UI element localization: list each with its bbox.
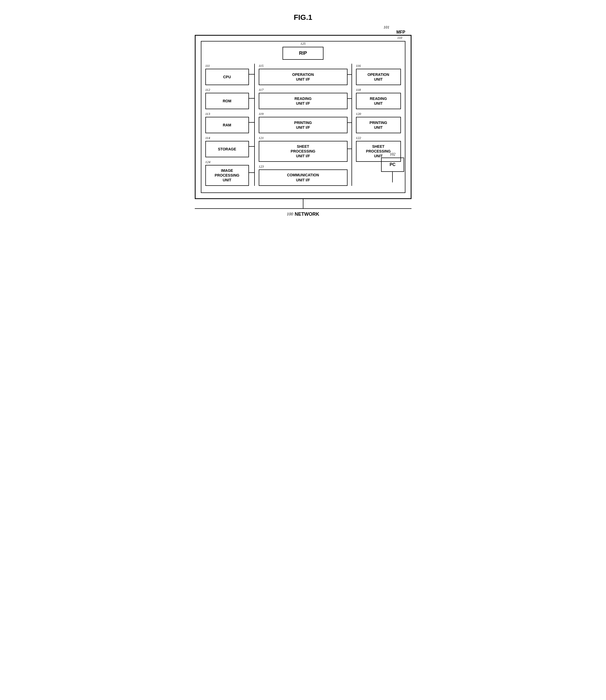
- pc-section: 102 PC: [381, 152, 404, 182]
- comm-if-block: COMMUNICATION UNIT I/F: [259, 169, 348, 186]
- sheet-if-block: SHEET PROCESSING UNIT I/F: [259, 141, 348, 162]
- reading-unit-wrapper: 118 READING UNIT: [356, 88, 401, 109]
- op-unit-ref: 116: [356, 64, 401, 68]
- figure-title: FIG.1: [195, 13, 412, 22]
- network-section: 100 NETWORK: [195, 199, 412, 217]
- rip-area: 125 RIP: [205, 47, 401, 60]
- rom-block: ROM: [205, 93, 249, 109]
- op-unit-wrapper: 116 OPERATION UNIT: [356, 64, 401, 85]
- page: FIG.1 101 MFP 110 125 RIP: [184, 5, 422, 228]
- printing-if-ref: 119: [259, 112, 348, 116]
- mid-column: 115 OPERATION UNIT I/F 117 READING UNIT …: [254, 64, 352, 186]
- image-proc-wrapper: 124 IMAGE PROCESSING UNIT: [205, 160, 249, 186]
- cpu-ref: 111: [205, 64, 249, 68]
- reading-if-right-connector: [348, 98, 351, 99]
- op-unit-block: OPERATION UNIT: [356, 69, 401, 85]
- op-if-right-connector: [348, 74, 351, 75]
- network-label-row: 100 NETWORK: [195, 211, 412, 217]
- rom-connector: [249, 98, 254, 99]
- ram-connector: [249, 122, 254, 123]
- pc-connector-down: [392, 172, 393, 182]
- ram-ref: 113: [205, 112, 249, 116]
- rip-ref: 125: [301, 42, 306, 46]
- sheet-if-right-connector: [348, 148, 351, 149]
- op-if-ref: 115: [259, 64, 348, 68]
- controller-ref: 110: [397, 36, 402, 40]
- sheet-unit-ref: 122: [356, 136, 401, 140]
- storage-block: STORAGE: [205, 141, 249, 157]
- printing-unit-ref: 120: [356, 112, 401, 116]
- printing-if-block: PRINTING UNIT I/F: [259, 117, 348, 133]
- left-column: 111 CPU 112 ROM 113: [205, 64, 254, 186]
- mfp-label: MFP: [396, 30, 405, 34]
- printing-unit-wrapper: 120 PRINTING UNIT: [356, 112, 401, 133]
- rom-wrapper: 112 ROM: [205, 88, 249, 109]
- network-label: NETWORK: [295, 211, 319, 217]
- mfp-ref: 101: [383, 25, 390, 30]
- storage-ref: 114: [205, 136, 249, 140]
- rom-ref: 112: [205, 88, 249, 92]
- network-v-line: [303, 199, 303, 208]
- printing-unit-block: PRINTING UNIT: [356, 117, 401, 133]
- printing-if-wrapper: 119 PRINTING UNIT I/F: [259, 112, 348, 133]
- cpu-connector: [249, 74, 254, 74]
- network-ref: 100: [287, 212, 293, 216]
- sheet-if-wrapper: 121 SHEET PROCESSING UNIT I/F: [259, 136, 348, 162]
- printing-if-right-connector: [348, 122, 351, 123]
- op-if-block: OPERATION UNIT I/F: [259, 69, 348, 85]
- ram-block: RAM: [205, 117, 249, 133]
- comm-if-ref: 123: [259, 164, 348, 169]
- ram-wrapper: 113 RAM: [205, 112, 249, 133]
- storage-connector: [249, 146, 254, 147]
- reading-if-ref: 117: [259, 88, 348, 92]
- comm-if-wrapper: 123 COMMUNICATION UNIT I/F: [259, 164, 348, 186]
- pc-block: PC: [381, 158, 404, 172]
- image-proc-connector: [249, 172, 254, 173]
- diagram: 101 MFP 110 125 RIP: [195, 35, 412, 217]
- op-if-wrapper: 115 OPERATION UNIT I/F: [259, 64, 348, 85]
- storage-wrapper: 114 STORAGE: [205, 136, 249, 157]
- reading-unit-ref: 118: [356, 88, 401, 92]
- network-v-connector: [195, 199, 412, 208]
- sheet-if-ref: 121: [259, 136, 348, 140]
- image-proc-ref: 124: [205, 160, 249, 164]
- image-proc-block: IMAGE PROCESSING UNIT: [205, 165, 249, 186]
- main-grid: 111 CPU 112 ROM 113: [205, 64, 401, 186]
- cpu-block: CPU: [205, 69, 249, 85]
- network-h-line: [195, 208, 412, 209]
- reading-unit-block: READING UNIT: [356, 93, 401, 109]
- reading-if-block: READING UNIT I/F: [259, 93, 348, 109]
- cpu-wrapper: 111 CPU: [205, 64, 249, 85]
- pc-ref: 102: [390, 152, 395, 157]
- rip-block: RIP: [282, 47, 323, 60]
- reading-if-wrapper: 117 READING UNIT I/F: [259, 88, 348, 109]
